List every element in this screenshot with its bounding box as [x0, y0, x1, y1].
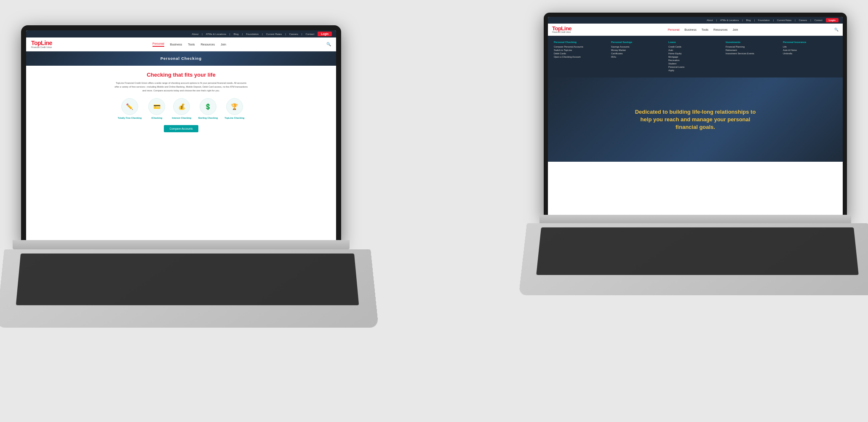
account-item-3: 💲 Sterling Checking [198, 98, 218, 119]
dropdown-link-4-0[interactable]: Life [783, 45, 837, 48]
dropdown-link-4-1[interactable]: Auto & Home [783, 49, 837, 51]
about-link-right[interactable]: About [707, 19, 713, 21]
logo-text-left: TopLine [31, 40, 52, 46]
dropdown-col-insurance: Personal Insurance Life Auto & Home Umbr… [783, 41, 837, 72]
sep5: | [285, 33, 286, 35]
dropdown-link-2-6[interactable]: Personal Loans [668, 66, 722, 68]
nav-bar-left: TopLine Financial Credit Union Personal … [26, 37, 336, 51]
dropdown-col-heading-1: Personal Savings [611, 41, 665, 43]
dropdown-link-2-7[interactable]: Apply [668, 69, 722, 72]
nav-personal-left[interactable]: Personal [152, 42, 164, 47]
account-item-2: 💰 Interest Checking [172, 98, 191, 119]
sep3: | [242, 33, 243, 35]
about-link-left[interactable]: About [192, 33, 199, 35]
login-button-left[interactable]: Login [318, 32, 332, 36]
main-heading-left: Checking that fits your life [35, 72, 328, 78]
account-item-0: ✏️ Totally Free Checking [118, 98, 142, 119]
dropdown-link-2-3[interactable]: Mortgage [668, 56, 722, 58]
site-left-website: About | ATMs & Locations | Blog | Founda… [26, 30, 336, 244]
sep-r1: | [716, 19, 716, 21]
nav-tools-left[interactable]: Tools [188, 43, 195, 46]
laptop-left-keyboard [0, 249, 379, 328]
logo-text-right: TopLine [552, 26, 572, 31]
nav-join-left[interactable]: Join [221, 43, 226, 46]
laptop-left: About | ATMs & Locations | Blog | Founda… [13, 25, 358, 329]
contact-link-left[interactable]: Contact [306, 33, 315, 35]
dropdown-link-3-1[interactable]: Retirement [726, 49, 780, 51]
nav-resources-left[interactable]: Resources [200, 43, 214, 46]
sep1: | [202, 33, 203, 35]
laptop-left-screen-outer: About | ATMs & Locations | Blog | Founda… [21, 25, 341, 244]
hero-title-left: Personal Checking [160, 56, 202, 61]
laptop-right-keyboard [519, 223, 868, 295]
account-item-4: 🏆 TopLine Checking [224, 98, 244, 119]
account-label-1[interactable]: iChecking [151, 117, 162, 119]
nav-join-right[interactable]: Join [733, 28, 738, 31]
dropdown-link-1-1[interactable]: Money Market [611, 49, 665, 51]
blog-link-right[interactable]: Blog [746, 19, 751, 21]
nav-personal-right[interactable]: Personal [668, 28, 680, 31]
dropdown-link-0-2[interactable]: Debit Cards [554, 52, 608, 55]
account-label-0[interactable]: Totally Free Checking [118, 117, 142, 119]
account-item-1: 💳 iChecking [148, 98, 165, 119]
search-icon-right[interactable]: 🔍 [834, 28, 839, 32]
rates-link-right[interactable]: Current Rates [777, 19, 791, 21]
blog-link-left[interactable]: Blog [234, 33, 239, 35]
dropdown-link-2-0[interactable]: Credit Cards [668, 45, 722, 48]
dropdown-link-2-2[interactable]: Home Equity [668, 52, 722, 55]
account-label-3[interactable]: Sterling Checking [198, 117, 218, 119]
dropdown-link-2-4[interactable]: Recreation [668, 59, 722, 61]
account-label-2[interactable]: Interest Checking [172, 117, 191, 119]
foundation-link-right[interactable]: Foundation [758, 19, 770, 21]
top-bar-left: About | ATMs & Locations | Blog | Founda… [26, 30, 336, 37]
dark-content-right: Dedicated to building life-long relation… [548, 77, 843, 162]
dropdown-link-2-5[interactable]: Student [668, 62, 722, 65]
careers-link-left[interactable]: Careers [289, 33, 298, 35]
nav-tools-right[interactable]: Tools [702, 28, 708, 31]
dropdown-link-0-1[interactable]: Switch to TopLine [554, 49, 608, 51]
nav-resources-right[interactable]: Resources [713, 28, 727, 31]
logo-sub-left: Financial Credit Union [31, 46, 52, 48]
account-icon-1: 💳 [148, 98, 165, 115]
sep2: | [230, 33, 230, 35]
login-button-right[interactable]: Login [826, 18, 839, 22]
dropdown-col-savings: Personal Savings Savings Accounts Money … [611, 41, 665, 72]
dropdown-col-loans: Loans Credit Cards Auto Home Equity Mort… [668, 41, 722, 72]
top-bar-right: About | ATMs & Locations | Blog | Founda… [548, 17, 843, 24]
dropdown-link-1-2[interactable]: Certificates [611, 52, 665, 55]
contact-link-right[interactable]: Contact [815, 19, 823, 21]
laptop-right-base [539, 215, 851, 223]
account-icon-4: 🏆 [226, 98, 243, 115]
foundation-link-left[interactable]: Foundation [246, 33, 259, 35]
dropdown-col-checking: Personal Checking Compare Personal Accou… [554, 41, 608, 72]
account-icon-3: 💲 [200, 98, 216, 115]
dropdown-link-0-0[interactable]: Compare Personal Accounts [554, 45, 608, 48]
dropdown-link-2-1[interactable]: Auto [668, 49, 722, 51]
atm-link-left[interactable]: ATMs & Locations [206, 33, 226, 35]
logo-sub-right: Financial Credit Union [552, 31, 572, 33]
dropdown-col-heading-4: Personal Insurance [783, 41, 837, 43]
sep-r3: | [754, 19, 755, 21]
main-desc-left: TopLine Financial Credit Union offers a … [114, 81, 248, 92]
dropdown-link-0-3[interactable]: Open a Checking Account [554, 56, 608, 58]
account-label-4[interactable]: TopLine Checking [224, 117, 244, 119]
nav-business-right[interactable]: Business [684, 28, 696, 31]
logo-right: TopLine Financial Credit Union [552, 26, 572, 33]
atm-link-right[interactable]: ATMs & Locations [720, 19, 739, 21]
search-icon-left[interactable]: 🔍 [326, 42, 331, 46]
dropdown-link-1-3[interactable]: IRAs [611, 56, 665, 58]
compare-accounts-button[interactable]: Compare Accounts [164, 125, 199, 132]
dropdown-link-3-2[interactable]: Investment Services Events [726, 52, 780, 55]
laptop-left-base [13, 240, 350, 249]
laptop-left-keyboard-keys [16, 254, 359, 305]
dropdown-link-4-2[interactable]: Umbrella [783, 52, 837, 55]
dropdown-link-1-0[interactable]: Savings Accounts [611, 45, 665, 48]
careers-link-right[interactable]: Careers [799, 19, 807, 21]
dropdown-link-3-0[interactable]: Financial Planning [726, 45, 780, 48]
site-right-website: About | ATMs & Locations | Blog | Founda… [548, 17, 843, 219]
dropdown-col-heading-2: Loans [668, 41, 722, 43]
laptop-right-screen-outer: About | ATMs & Locations | Blog | Founda… [544, 13, 847, 219]
main-content-left: Checking that fits your life TopLine Fin… [26, 66, 336, 138]
nav-business-left[interactable]: Business [170, 43, 182, 46]
rates-link-left[interactable]: Current Rates [266, 33, 282, 35]
